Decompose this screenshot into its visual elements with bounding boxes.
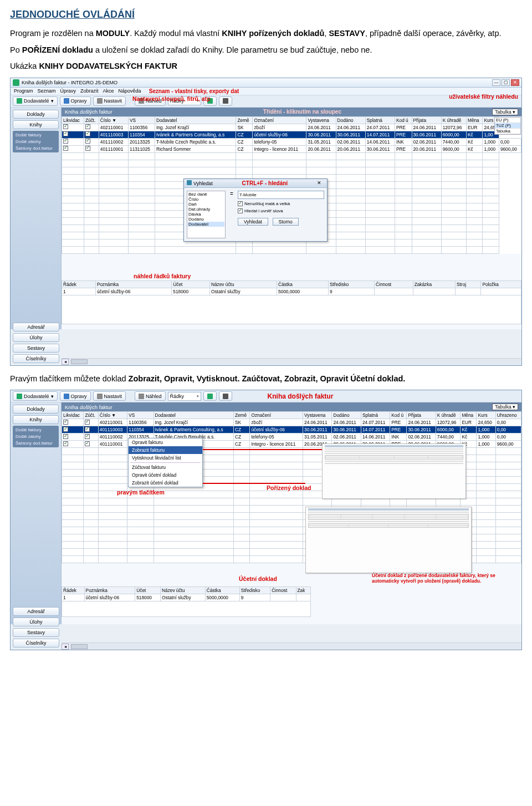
col-header[interactable]: Číslo ▼ xyxy=(99,116,128,124)
col-header[interactable]: Zúčt. xyxy=(84,412,98,419)
checkbox-icon[interactable] xyxy=(85,434,90,439)
col-header[interactable]: Dodáno xyxy=(336,116,365,124)
refresh-button[interactable] xyxy=(203,391,217,401)
sidebar-sestavy[interactable]: Sestavy xyxy=(13,344,59,353)
checkbox-icon[interactable] xyxy=(63,131,68,136)
checkbox-icon[interactable] xyxy=(85,146,90,151)
col-header[interactable]: Činnost xyxy=(375,280,413,288)
checkbox-case[interactable] xyxy=(238,201,243,206)
checkbox-icon[interactable] xyxy=(85,427,90,432)
menu-akce[interactable]: Akce xyxy=(103,88,114,94)
table-row[interactable]: 40111000111311025Richard SommerCZIntegro… xyxy=(62,145,521,152)
menu-zobrazit[interactable]: Zobrazit xyxy=(80,88,99,94)
col-header[interactable]: Kurs xyxy=(477,412,495,419)
col-header[interactable]: Likvidac xyxy=(62,412,84,419)
sidebar-doklady[interactable]: Doklady xyxy=(13,110,59,119)
sidebar-sablony[interactable]: Šablony dod.faktur xyxy=(14,440,57,446)
sidebar-ulohy[interactable]: Úlohy xyxy=(13,618,59,626)
col-header[interactable]: Splatná xyxy=(361,412,390,419)
col-header[interactable]: Označení xyxy=(250,412,303,419)
scroll-left[interactable]: ◂ xyxy=(62,644,69,650)
col-header[interactable]: Země xyxy=(236,116,253,124)
col-header[interactable]: Částka xyxy=(277,280,328,288)
checkbox-icon[interactable] xyxy=(85,124,90,129)
col-header[interactable]: Účet xyxy=(172,280,210,288)
nahled-button[interactable]: Náhled xyxy=(135,391,166,401)
search-input[interactable] xyxy=(238,191,324,199)
ctx-zobrazit-fakturu[interactable]: Zobrazit fakturu xyxy=(129,446,202,454)
col-header[interactable]: Měna xyxy=(466,116,482,124)
col-header[interactable]: VS xyxy=(129,116,155,124)
col-header[interactable]: Poznámka xyxy=(95,280,171,288)
minimize-button[interactable]: — xyxy=(492,79,500,86)
sidebar-ulohy[interactable]: Úlohy xyxy=(13,333,59,342)
checkbox-icon[interactable] xyxy=(63,124,68,129)
checkbox-icon[interactable] xyxy=(63,441,68,446)
col-header[interactable]: Činnost xyxy=(270,587,296,594)
table-row[interactable]: 1účetní služby-06518000Ostatní služby500… xyxy=(62,594,311,601)
scroll-left[interactable]: ◂ xyxy=(62,359,69,365)
li[interactable]: Bez daně xyxy=(188,192,224,197)
col-header[interactable]: Dodáno xyxy=(332,412,361,419)
table-row[interactable]: 1účetní služby-06518000Ostatní služby500… xyxy=(62,288,521,295)
checkbox-icon[interactable] xyxy=(85,420,90,425)
col-header[interactable]: Středisko xyxy=(328,280,374,288)
table-row[interactable]: 401110003110354Ivánek & Partners Consult… xyxy=(62,426,521,433)
col-header[interactable]: Částka xyxy=(205,587,239,594)
menu-napoveda[interactable]: Nápověda xyxy=(119,88,141,94)
filter-list[interactable]: EU (P) TUZ (P) Tabulka xyxy=(494,117,521,135)
col-header[interactable]: Měna xyxy=(461,412,477,419)
col-header[interactable]: Řádek xyxy=(62,280,96,288)
close-button[interactable]: ✕ xyxy=(511,79,519,86)
search-field-list[interactable]: Bez daně Číslo Daň Dat.úhrady Dávka Dodá… xyxy=(187,191,226,238)
ctx-opravit-ucetni[interactable]: Opravit účetní doklad xyxy=(129,471,202,479)
context-menu[interactable]: Opravit fakturu Zobrazit fakturu Vytiskn… xyxy=(128,438,203,487)
sidebar-dosle-faktury[interactable]: Došlé faktury xyxy=(14,427,57,433)
sidebar-dosle-zalohy[interactable]: Došlé zálohy xyxy=(14,139,57,145)
checkbox-icon[interactable] xyxy=(85,139,90,144)
checkbox-icon[interactable] xyxy=(63,146,68,151)
filter-tuz[interactable]: TUZ (P) xyxy=(495,123,520,129)
col-header[interactable]: Zúčt. xyxy=(84,116,99,124)
print-button[interactable] xyxy=(219,96,232,106)
sidebar-adresar[interactable]: Adresář xyxy=(13,323,59,331)
col-header[interactable]: Název účtu xyxy=(161,587,206,594)
menu-upravy[interactable]: Úpravy xyxy=(60,88,76,94)
sidebar-adresar[interactable]: Adresář xyxy=(13,607,59,616)
tabulka-dropdown[interactable]: Tabulka ▾ xyxy=(492,404,518,410)
sidebar-sestavy[interactable]: Sestavy xyxy=(13,628,59,637)
table-row[interactable]: 4021100011100356Ing. Jozef KrajčíSKzboží… xyxy=(62,419,521,426)
col-header[interactable]: Kod ú xyxy=(395,116,412,124)
detail-grid[interactable]: ŘádekPoznámkaÚčetNázev účtuČástkaStředis… xyxy=(62,280,521,324)
scroll-thumb[interactable] xyxy=(71,359,88,364)
table-row[interactable]: 40111000220113325T-Mobile Czech Republic… xyxy=(62,138,521,145)
col-header[interactable]: Uhrazeno xyxy=(495,412,521,419)
col-header[interactable]: Přijata xyxy=(412,116,441,124)
nastavit-button[interactable]: Nastavit xyxy=(93,96,126,106)
sidebar-sablony[interactable]: Šablony dod.faktur xyxy=(14,145,57,151)
opravy-button[interactable]: Opravy xyxy=(60,391,91,401)
table-row[interactable]: 4021100011100356Ing. Jozef KrajčíSKzboží… xyxy=(62,124,521,131)
sidebar-knihy[interactable]: Knihy xyxy=(13,120,59,129)
col-header[interactable]: Přijata xyxy=(407,412,436,419)
tabulka-dropdown[interactable]: Tabulka ▾ xyxy=(492,109,518,115)
filter-tabulka[interactable]: Tabulka xyxy=(495,129,520,134)
li[interactable]: Dávka xyxy=(188,212,224,217)
li-selected[interactable]: Dodavatel xyxy=(188,222,224,227)
opravy-button[interactable]: Opravy xyxy=(60,96,91,106)
ctx-zobrazit-ucetni[interactable]: Zobrazit účetní doklad xyxy=(129,479,202,487)
col-header[interactable]: Označení xyxy=(253,116,306,124)
detail-grid[interactable]: ŘádekPoznámkaÚčetNázev účtuČástkaStředis… xyxy=(62,586,311,617)
sidebar-knihy[interactable]: Knihy xyxy=(13,415,59,424)
scroll-thumb[interactable] xyxy=(71,644,88,649)
col-header[interactable]: Středisko xyxy=(239,587,270,594)
col-header[interactable]: Kod ú xyxy=(390,412,407,419)
menu-seznam[interactable]: Seznam xyxy=(38,88,56,94)
col-header[interactable]: Číslo ▼ xyxy=(98,412,127,419)
col-header[interactable]: Poznámka xyxy=(84,587,135,594)
maximize-button[interactable]: ▢ xyxy=(502,79,510,86)
li[interactable]: Číslo xyxy=(188,197,224,202)
col-header[interactable]: Stroj xyxy=(456,280,481,288)
checkbox-icon[interactable] xyxy=(63,420,68,425)
ctx-opravit-fakturu[interactable]: Opravit fakturu xyxy=(129,438,202,446)
